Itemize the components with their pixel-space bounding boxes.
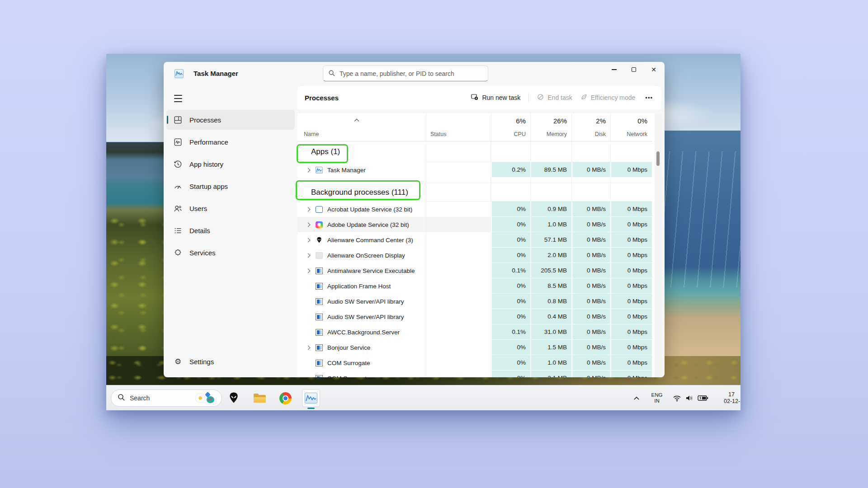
services-icon: [174, 249, 182, 257]
process-row[interactable]: AWCC.Background.Server0.1%31.0 MB0 MB/s0…: [297, 324, 652, 340]
process-memory: 57.1 MB: [530, 232, 571, 248]
sidebar-item-label: Processes: [189, 116, 221, 124]
process-row[interactable]: COM Surrogate0%3.1 MB0 MB/s0 Mbps: [297, 371, 652, 377]
clock[interactable]: 17 02-12-2: [724, 385, 741, 410]
network-total: 0%: [637, 117, 647, 125]
process-network: 0 Mbps: [610, 263, 652, 278]
process-memory: 1.5 MB: [530, 340, 571, 355]
processes-icon: [174, 116, 182, 124]
sidebar-item-label: Users: [189, 205, 207, 212]
column-header-memory[interactable]: 26% Memory: [530, 113, 571, 141]
process-name: Adobe Update Service (32 bit): [327, 221, 409, 228]
volume-button[interactable]: [684, 385, 695, 410]
taskbar-app-task-manager[interactable]: [302, 389, 320, 407]
sidebar-item-details[interactable]: Details: [166, 221, 295, 240]
sidebar-item-label: App history: [189, 160, 223, 168]
process-row[interactable]: Bonjour Service0%1.5 MB0 MB/s0 Mbps: [297, 340, 652, 355]
process-row[interactable]: Antimalware Service Executable0.1%205.5 …: [297, 263, 652, 278]
more-options-button[interactable]: •••: [643, 94, 655, 101]
generic-app-icon: [316, 344, 323, 351]
group-header-row[interactable]: Background processes (111): [297, 183, 652, 202]
generic-app-icon: [316, 375, 323, 378]
sidebar: ProcessesPerformanceApp historyStartup a…: [166, 110, 295, 265]
expand-chevron-icon[interactable]: [305, 223, 316, 226]
maximize-button[interactable]: [624, 62, 644, 77]
generic-app-icon: [316, 360, 323, 366]
process-search-input[interactable]: [323, 66, 488, 81]
battery-button[interactable]: [697, 385, 709, 410]
process-row[interactable]: COM Surrogate0%1.0 MB0 MB/s0 Mbps: [297, 355, 652, 371]
sidebar-item-users[interactable]: Users: [166, 198, 295, 218]
taskbar-app-alienware[interactable]: [225, 389, 243, 407]
run-new-task-button[interactable]: Run new task: [471, 94, 520, 102]
startup-apps-icon: [174, 182, 182, 191]
adobe-icon: [316, 221, 323, 228]
process-name: COM Surrogate: [327, 360, 370, 366]
chevron-up-icon: [633, 396, 640, 400]
process-row[interactable]: Adobe Update Service (32 bit)0%1.0 MB0 M…: [297, 217, 652, 232]
expand-chevron-icon[interactable]: [305, 269, 316, 272]
process-status: [426, 263, 491, 278]
process-row[interactable]: Task Manager0.2%89.5 MB0 MB/s0 Mbps: [297, 162, 652, 178]
process-row[interactable]: Audio SW Server/API library0%0.8 MB0 MB/…: [297, 294, 652, 309]
end-task-label: End task: [547, 94, 572, 101]
scrollbar-thumb[interactable]: [656, 151, 660, 166]
process-network: 0 Mbps: [610, 232, 652, 248]
end-task-button[interactable]: End task: [537, 94, 572, 102]
column-header-name[interactable]: Name: [297, 113, 426, 141]
process-row[interactable]: Alienware Command Center (3)0%57.1 MB0 M…: [297, 232, 652, 248]
process-disk: 0 MB/s: [571, 371, 610, 377]
expand-chevron-icon[interactable]: [305, 169, 316, 172]
column-header-network[interactable]: 0% Network: [610, 113, 652, 141]
process-name: Antimalware Service Executable: [327, 267, 415, 274]
column-header-disk[interactable]: 2% Disk: [571, 113, 610, 141]
table-scrollbar[interactable]: [655, 113, 661, 377]
sidebar-item-services[interactable]: Services: [166, 243, 295, 263]
efficiency-mode-button[interactable]: Efficiency mode: [580, 94, 636, 102]
sidebar-item-label: Details: [189, 227, 210, 235]
generic-app-icon: [316, 329, 323, 336]
alienware-icon: [316, 237, 323, 244]
hidden-icons-button[interactable]: [631, 385, 642, 410]
sidebar-item-performance[interactable]: Performance: [166, 132, 295, 152]
expand-chevron-icon[interactable]: [305, 239, 316, 242]
column-header-cpu[interactable]: 6% CPU: [491, 113, 530, 141]
minimize-button[interactable]: [604, 62, 624, 77]
process-status: [426, 217, 491, 232]
process-memory: 8.5 MB: [530, 278, 571, 294]
process-row[interactable]: Acrobat Update Service (32 bit)0%0.9 MB0…: [297, 202, 652, 217]
process-network: 0 Mbps: [610, 355, 652, 371]
search-icon: [118, 394, 125, 403]
expand-chevron-icon[interactable]: [305, 346, 316, 349]
language-indicator[interactable]: ENG IN: [647, 385, 667, 410]
process-row[interactable]: Audio SW Server/API library0%0.4 MB0 MB/…: [297, 309, 652, 324]
close-button[interactable]: ✕: [644, 62, 664, 77]
navigation-menu-button[interactable]: [171, 92, 185, 105]
expand-chevron-icon[interactable]: [305, 254, 316, 257]
column-header-status[interactable]: Status: [426, 113, 491, 141]
osd-icon: [316, 252, 323, 259]
sidebar-item-startup-apps[interactable]: Startup apps: [166, 176, 295, 196]
chrome-icon: [279, 392, 292, 404]
process-cpu: 0.1%: [491, 263, 530, 278]
battery-charging-icon: [698, 395, 708, 401]
generic-app-icon: [316, 298, 323, 305]
leaf-icon: [580, 94, 587, 102]
run-new-task-icon: [471, 94, 478, 102]
sidebar-item-processes[interactable]: Processes: [166, 110, 295, 130]
taskbar-search-box[interactable]: Search: [111, 389, 222, 407]
processes-toolbar: Processes Run new task: [297, 86, 661, 109]
file-explorer-icon: [254, 394, 266, 403]
users-icon: [174, 204, 182, 213]
wifi-button[interactable]: [671, 385, 682, 410]
process-row[interactable]: Alienware OnScreen Display0%2.0 MB0 MB/s…: [297, 248, 652, 263]
sidebar-item-settings[interactable]: ⚙ Settings: [166, 352, 295, 371]
group-header-row[interactable]: Apps (1): [297, 141, 652, 162]
process-row[interactable]: Application Frame Host0%8.5 MB0 MB/s0 Mb…: [297, 278, 652, 294]
taskbar-app-file-explorer[interactable]: [250, 389, 269, 407]
process-name: Application Frame Host: [327, 283, 391, 290]
taskbar-app-chrome[interactable]: [276, 389, 294, 407]
process-status: [426, 371, 491, 377]
expand-chevron-icon[interactable]: [305, 208, 316, 211]
sidebar-item-app-history[interactable]: App history: [166, 154, 295, 174]
